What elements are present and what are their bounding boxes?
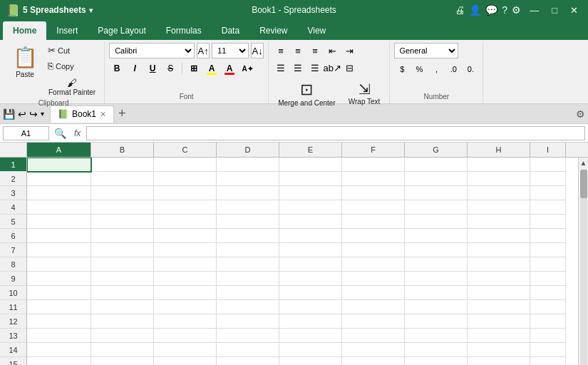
user-icon[interactable]: 👤 [469,4,481,16]
cell-a11[interactable] [27,300,91,314]
cell-f8[interactable] [342,257,405,272]
tab-home[interactable]: Home [3,21,46,40]
font-name-select[interactable]: Calibri [109,43,195,58]
row-num-5[interactable]: 5 [0,215,26,229]
cell-f14[interactable] [342,343,405,357]
cell-d10[interactable] [217,286,279,300]
cell-h3[interactable] [468,186,530,200]
cell-reference-input[interactable]: A1 [3,126,49,140]
cell-g6[interactable] [405,229,468,243]
cell-e7[interactable] [279,243,342,257]
corner-cell[interactable] [0,143,27,157]
cell-b3[interactable] [91,186,154,200]
cell-e5[interactable] [279,215,342,229]
col-header-a[interactable]: A [27,143,91,157]
col-header-g[interactable]: G [405,143,468,157]
increase-font-size-button[interactable]: A↑ [197,43,210,58]
row-num-12[interactable]: 12 [0,314,26,329]
cell-c3[interactable] [154,186,217,200]
cell-h11[interactable] [468,300,530,314]
cell-h5[interactable] [468,215,530,229]
cell-c9[interactable] [154,272,217,286]
cell-b2[interactable] [91,172,154,186]
scroll-up-button[interactable]: ▲ [579,158,588,168]
strikethrough-button[interactable]: S [163,61,178,76]
cell-i6[interactable] [530,229,566,243]
cell-i12[interactable] [530,314,566,329]
cell-e6[interactable] [279,229,342,243]
paste-button[interactable]: 📋 Paste [7,43,43,81]
cell-a4[interactable] [27,200,91,215]
scroll-track[interactable] [580,170,587,365]
cell-f6[interactable] [342,229,405,243]
cell-a9[interactable] [27,272,91,286]
cell-b9[interactable] [91,272,154,286]
cell-b8[interactable] [91,257,154,272]
col-header-d[interactable]: D [217,143,279,157]
merge-center-button[interactable]: ⊡ Merge and Center [273,77,341,110]
scroll-thumb[interactable] [580,170,587,198]
cell-g10[interactable] [405,286,468,300]
cell-c4[interactable] [154,200,217,215]
cell-c11[interactable] [154,300,217,314]
row-num-1[interactable]: 1 [0,158,26,172]
cell-c6[interactable] [154,229,217,243]
cell-f15[interactable] [342,357,405,365]
cell-f9[interactable] [342,272,405,286]
align-top-center-button[interactable]: ≡ [290,43,306,58]
align-top-left-button[interactable]: ≡ [273,43,289,58]
cell-c2[interactable] [154,172,217,186]
cell-e10[interactable] [279,286,342,300]
cell-a14[interactable] [27,343,91,357]
col-header-b[interactable]: B [91,143,154,157]
fill-color-button[interactable]: A [204,61,220,76]
cell-d12[interactable] [217,314,279,329]
align-right-button[interactable]: ☰ [307,60,323,76]
cell-e8[interactable] [279,257,342,272]
cell-a13[interactable] [27,329,91,343]
cell-a7[interactable] [27,243,91,257]
cell-d11[interactable] [217,300,279,314]
cell-b13[interactable] [91,329,154,343]
cell-g8[interactable] [405,257,468,272]
chat-icon[interactable]: 💬 [485,4,497,16]
cell-e11[interactable] [279,300,342,314]
cell-g11[interactable] [405,300,468,314]
add-tab-button[interactable]: + [114,106,130,121]
cell-i1[interactable] [530,158,566,172]
cell-d5[interactable] [217,215,279,229]
maximize-button[interactable]: □ [547,4,562,17]
cell-a6[interactable] [27,229,91,243]
cell-g2[interactable] [405,172,468,186]
cell-c13[interactable] [154,329,217,343]
cell-h12[interactable] [468,314,530,329]
cell-b15[interactable] [91,357,154,365]
cell-f2[interactable] [342,172,405,186]
cell-a10[interactable] [27,286,91,300]
cell-d14[interactable] [217,343,279,357]
decrease-font-size-button[interactable]: A↓ [251,43,264,58]
cell-g3[interactable] [405,186,468,200]
formula-input[interactable] [86,126,585,140]
cell-h6[interactable] [468,229,530,243]
font-effects-button[interactable]: A✦ [239,61,255,76]
col-header-h[interactable]: H [468,143,530,157]
cell-f3[interactable] [342,186,405,200]
borders-button[interactable]: ⊞ [186,61,202,76]
dropdown-arrow[interactable]: ▾ [89,6,93,14]
cell-e14[interactable] [279,343,342,357]
font-size-select[interactable]: 11 [212,43,249,58]
cell-h14[interactable] [468,343,530,357]
comma-button[interactable]: , [428,62,444,76]
cell-f7[interactable] [342,243,405,257]
row-num-15[interactable]: 15 [0,357,26,365]
row-num-13[interactable]: 13 [0,329,26,343]
col-header-c[interactable]: C [154,143,217,157]
cell-b12[interactable] [91,314,154,329]
cell-c14[interactable] [154,343,217,357]
tab-view[interactable]: View [297,21,336,40]
cell-b14[interactable] [91,343,154,357]
cell-c15[interactable] [154,357,217,365]
cell-b11[interactable] [91,300,154,314]
cell-b1[interactable] [91,158,154,172]
